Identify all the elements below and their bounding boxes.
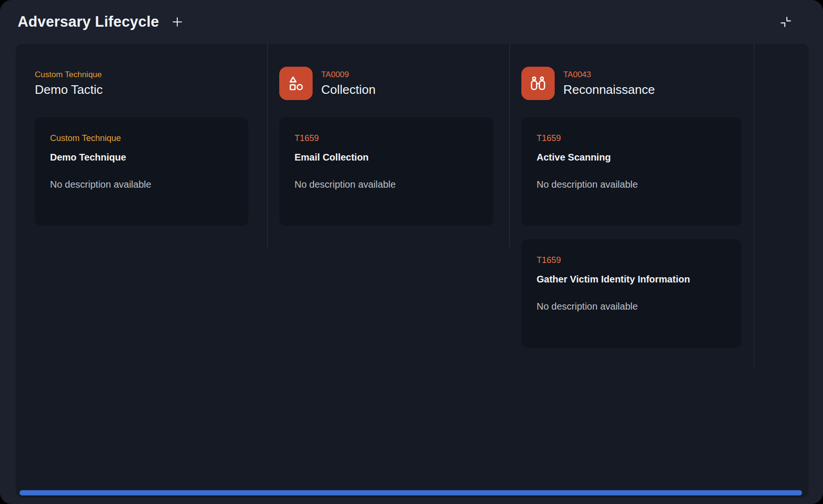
page-title: Adversary Lifecycle — [18, 13, 159, 30]
technique-title: Demo Technique — [50, 152, 233, 163]
plus-icon — [171, 15, 184, 29]
tactic-header: TA0009 Collection — [279, 67, 493, 100]
technique-description: No description available — [50, 179, 233, 190]
collapse-icon — [780, 16, 792, 28]
tactic-name: Demo Tactic — [35, 82, 103, 97]
tactic-column-demo-tactic: Custom Technique Demo Tactic Custom Tech… — [16, 44, 268, 247]
tactic-meta: TA0009 Collection — [321, 70, 376, 97]
technique-description: No description available — [537, 301, 726, 312]
tactic-column-collection: TA0009 Collection T1659 Email Collection… — [268, 44, 510, 247]
technique-description: No description available — [537, 179, 726, 190]
tactic-id: Custom Technique — [35, 70, 103, 80]
adversary-lifecycle-widget: Adversary Lifecycle Custom Techniq — [0, 0, 823, 504]
technique-card-demo-technique[interactable]: Custom Technique Demo Technique No descr… — [35, 117, 248, 226]
tactic-header: TA0043 Reconnaissance — [521, 67, 742, 100]
collapse-button[interactable] — [776, 12, 795, 31]
add-button[interactable] — [168, 12, 187, 31]
technique-title: Active Scanning — [537, 152, 726, 163]
tactic-header: Custom Technique Demo Tactic — [35, 67, 248, 100]
widget-header: Adversary Lifecycle — [0, 0, 823, 44]
technique-description: No description available — [295, 179, 478, 190]
tactic-meta: TA0043 Reconnaissance — [563, 70, 655, 97]
tactic-id: TA0009 — [321, 70, 376, 80]
lifecycle-panel: Custom Technique Demo Tactic Custom Tech… — [16, 44, 809, 498]
technique-id: T1659 — [537, 133, 726, 143]
technique-card-email-collection[interactable]: T1659 Email Collection No description av… — [279, 117, 493, 226]
technique-card-gather-victim-identity-information[interactable]: T1659 Gather Victim Identity Information… — [521, 239, 742, 348]
technique-title: Email Collection — [295, 152, 478, 163]
tactic-name: Reconnaissance — [563, 82, 655, 97]
tactic-meta: Custom Technique Demo Tactic — [35, 70, 103, 97]
technique-title: Gather Victim Identity Information — [537, 274, 726, 285]
technique-id: T1659 — [295, 133, 478, 143]
tactic-id: TA0043 — [563, 70, 655, 80]
horizontal-scrollbar[interactable] — [20, 490, 802, 495]
shapes-icon — [279, 67, 313, 100]
binoculars-icon — [521, 67, 555, 100]
tactic-name: Collection — [321, 82, 376, 97]
technique-card-active-scanning[interactable]: T1659 Active Scanning No description ava… — [521, 117, 742, 226]
technique-id: T1659 — [537, 255, 726, 265]
technique-id: Custom Technique — [50, 133, 233, 143]
tactic-column-reconnaissance: TA0043 Reconnaissance T1659 Active Scann… — [510, 44, 754, 369]
